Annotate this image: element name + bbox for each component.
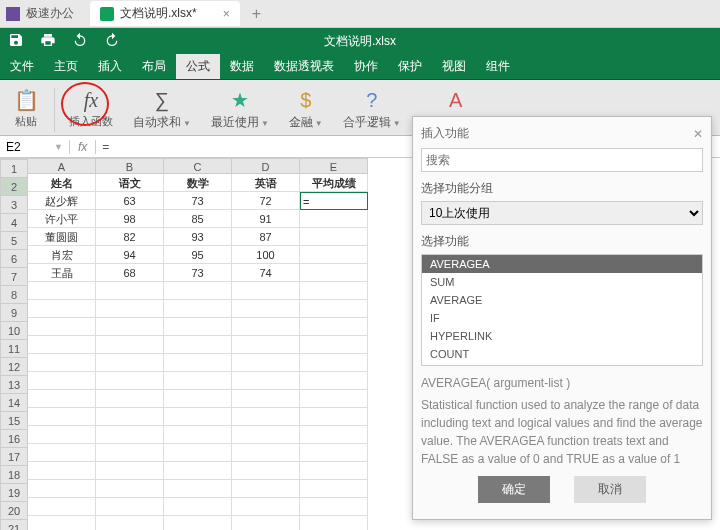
- cell[interactable]: [232, 480, 300, 498]
- cell[interactable]: [96, 498, 164, 516]
- cell[interactable]: [232, 300, 300, 318]
- cell[interactable]: [300, 390, 368, 408]
- cell[interactable]: [164, 480, 232, 498]
- function-item[interactable]: HYPERLINK: [422, 327, 702, 345]
- row-header[interactable]: 2: [0, 178, 28, 196]
- function-item[interactable]: COUNT: [422, 345, 702, 363]
- cell[interactable]: [300, 462, 368, 480]
- cell[interactable]: [300, 246, 368, 264]
- cell[interactable]: 63: [96, 192, 164, 210]
- cell[interactable]: 许小平: [28, 210, 96, 228]
- cell[interactable]: [96, 282, 164, 300]
- cell[interactable]: [96, 390, 164, 408]
- menu-view[interactable]: 视图: [432, 54, 476, 79]
- cell[interactable]: [300, 336, 368, 354]
- cell[interactable]: 姓名: [28, 174, 96, 192]
- cell[interactable]: 91: [232, 210, 300, 228]
- row-header[interactable]: 20: [0, 502, 28, 520]
- cell[interactable]: [96, 318, 164, 336]
- cell[interactable]: [232, 282, 300, 300]
- autosum-button[interactable]: ∑自动求和▼: [125, 86, 199, 133]
- cell[interactable]: [28, 516, 96, 530]
- cell[interactable]: 95: [164, 246, 232, 264]
- menu-protect[interactable]: 保护: [388, 54, 432, 79]
- row-header[interactable]: 1: [0, 160, 28, 178]
- cell[interactable]: 93: [164, 228, 232, 246]
- cell[interactable]: [28, 444, 96, 462]
- cell[interactable]: [300, 372, 368, 390]
- cell[interactable]: 董圆圆: [28, 228, 96, 246]
- cell[interactable]: 82: [96, 228, 164, 246]
- cell[interactable]: [232, 462, 300, 480]
- cell[interactable]: [300, 426, 368, 444]
- cell[interactable]: 语文: [96, 174, 164, 192]
- menu-component[interactable]: 组件: [476, 54, 520, 79]
- print-icon[interactable]: [40, 32, 56, 51]
- row-header[interactable]: 8: [0, 286, 28, 304]
- cell[interactable]: [96, 426, 164, 444]
- cell[interactable]: [232, 498, 300, 516]
- cell[interactable]: [28, 498, 96, 516]
- cell[interactable]: [164, 282, 232, 300]
- cell[interactable]: [300, 318, 368, 336]
- cell[interactable]: [28, 300, 96, 318]
- paste-button[interactable]: 📋粘贴: [4, 86, 48, 131]
- col-header[interactable]: A: [28, 158, 96, 174]
- cell[interactable]: [300, 300, 368, 318]
- row-header[interactable]: 16: [0, 430, 28, 448]
- cell[interactable]: [300, 444, 368, 462]
- cell[interactable]: [28, 336, 96, 354]
- cell[interactable]: [164, 372, 232, 390]
- cell[interactable]: 赵少辉: [28, 192, 96, 210]
- cell[interactable]: [164, 354, 232, 372]
- menu-file[interactable]: 文件: [0, 54, 44, 79]
- row-header[interactable]: 9: [0, 304, 28, 322]
- cell[interactable]: [28, 354, 96, 372]
- cell[interactable]: [96, 300, 164, 318]
- redo-icon[interactable]: [104, 32, 120, 51]
- cell[interactable]: 英语: [232, 174, 300, 192]
- save-icon[interactable]: [8, 32, 24, 51]
- cell[interactable]: [232, 318, 300, 336]
- cell[interactable]: [28, 408, 96, 426]
- search-input[interactable]: [421, 148, 703, 172]
- cell[interactable]: 平均成绩: [300, 174, 368, 192]
- group-select[interactable]: 10上次使用: [421, 201, 703, 225]
- cell[interactable]: [232, 372, 300, 390]
- cell[interactable]: [232, 336, 300, 354]
- cell[interactable]: 72: [232, 192, 300, 210]
- cell[interactable]: =: [300, 192, 368, 210]
- row-header[interactable]: 10: [0, 322, 28, 340]
- row-header[interactable]: 19: [0, 484, 28, 502]
- cancel-button[interactable]: 取消: [574, 476, 646, 503]
- cell[interactable]: [164, 426, 232, 444]
- cell[interactable]: [28, 462, 96, 480]
- cell[interactable]: [300, 516, 368, 530]
- menu-data[interactable]: 数据: [220, 54, 264, 79]
- row-header[interactable]: 7: [0, 268, 28, 286]
- cell[interactable]: [232, 390, 300, 408]
- cell[interactable]: [300, 408, 368, 426]
- finance-button[interactable]: $金融▼: [281, 86, 331, 133]
- undo-icon[interactable]: [72, 32, 88, 51]
- cell[interactable]: 87: [232, 228, 300, 246]
- row-header[interactable]: 21: [0, 520, 28, 530]
- row-header[interactable]: 17: [0, 448, 28, 466]
- row-header[interactable]: 4: [0, 214, 28, 232]
- recent-button[interactable]: ★最近使用▼: [203, 86, 277, 133]
- cell[interactable]: [96, 480, 164, 498]
- cell[interactable]: [28, 282, 96, 300]
- col-header[interactable]: B: [96, 158, 164, 174]
- logic-button[interactable]: ?合乎逻辑▼: [335, 86, 409, 133]
- cell[interactable]: [164, 300, 232, 318]
- cell[interactable]: 73: [164, 192, 232, 210]
- cell[interactable]: [164, 516, 232, 530]
- cell[interactable]: [232, 426, 300, 444]
- cell[interactable]: [28, 318, 96, 336]
- close-icon[interactable]: ×: [223, 7, 230, 21]
- cell[interactable]: [300, 228, 368, 246]
- row-header[interactable]: 3: [0, 196, 28, 214]
- document-tab[interactable]: 文档说明.xlsx* ×: [90, 1, 240, 26]
- cell[interactable]: [232, 408, 300, 426]
- close-icon[interactable]: ✕: [693, 127, 703, 141]
